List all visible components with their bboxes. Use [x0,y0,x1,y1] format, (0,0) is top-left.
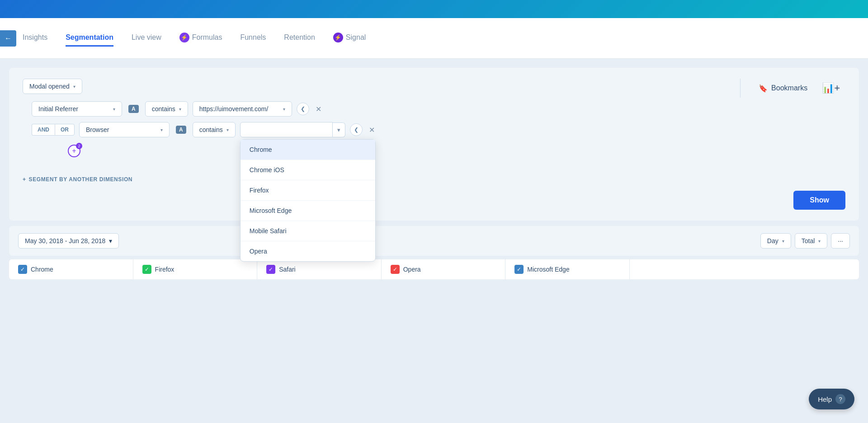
day-label: Day [767,237,778,244]
legend-firefox[interactable]: ✓ Firefox [133,259,258,279]
day-selector[interactable]: Day ▾ [760,233,791,249]
browser-dropdown-menu: Chrome Chrome iOS Firefox Microsoft Edge [240,139,376,262]
dropdown-item-microsoft-edge[interactable]: Microsoft Edge [241,201,375,221]
legend-empty [630,259,859,279]
close-button-1[interactable]: ✕ [314,103,323,115]
browser-input-wrapper: ▾ Chrome Chrome iOS [240,122,345,137]
tab-live-view[interactable]: Live view [132,30,161,47]
value-label-1: https://uimovement.com/ [199,105,269,113]
nav-container: ← Insights Segmentation Live view ⚡ Form… [0,18,868,59]
formulas-icon: ⚡ [179,33,189,42]
close-icon-1: ✕ [316,105,321,113]
chart-add-icon: 📊+ [822,82,840,94]
event-label: Modal opened [29,83,70,90]
main-content: Modal opened ▾ Initial Referrer ▾ A [0,59,868,288]
legend-label-opera: Opera [403,266,421,273]
legend-chrome[interactable]: ✓ Chrome [9,259,133,279]
close-button-2[interactable]: ✕ [367,124,377,136]
event-selector-row: Modal opened ▾ [23,79,731,94]
legend-safari[interactable]: ✓ Safari [257,259,382,279]
legend-microsoft-edge[interactable]: ✓ Microsoft Edge [505,259,630,279]
arrow-icon-1: ❮ [301,106,305,112]
tab-signal[interactable]: ⚡ Signal [333,29,366,47]
chart-controls: May 30, 2018 - Jun 28, 2018 ▾ Day ▾ Tota… [9,226,859,256]
event-chevron-icon: ▾ [73,84,75,89]
legend-check-chrome: ✓ [18,265,27,274]
more-options-button[interactable]: ··· [831,233,850,249]
arrow-icon-2: ❮ [354,127,359,133]
dropdown-item-opera[interactable]: Opera [241,241,375,261]
add-icon: + [72,147,76,155]
tab-insights[interactable]: Insights [23,30,47,47]
help-question-icon: ? [835,394,845,404]
segment-another-button[interactable]: + SEGMENT BY ANOTHER DIMENSION [23,172,132,187]
filter-card: Modal opened ▾ Initial Referrer ▾ A [9,68,859,221]
condition-row-2: AND OR Browser ▾ A contains ▾ [32,122,731,137]
dropdown-item-firefox[interactable]: Firefox [241,180,375,201]
tab-formulas[interactable]: ⚡ Formulas [179,29,222,47]
operator-dropdown-2[interactable]: contains ▾ [193,122,236,137]
legend-check-safari: ✓ [266,265,275,274]
signal-icon: ⚡ [333,33,343,42]
operator-label-1: contains [152,105,175,113]
help-button[interactable]: Help ? [809,389,854,409]
date-range-selector[interactable]: May 30, 2018 - Jun 28, 2018 ▾ [18,233,119,249]
help-label: Help [818,395,832,403]
date-chevron-icon: ▾ [109,237,112,244]
total-selector[interactable]: Total ▾ [795,233,828,249]
operator-label-2: contains [199,126,223,133]
field-label-1: Initial Referrer [38,105,78,113]
total-label: Total [802,237,815,244]
field-label-2: Browser [86,126,109,133]
nav-tabs: Insights Segmentation Live view ⚡ Formul… [23,29,366,47]
segment-another-row: + SEGMENT BY ANOTHER DIMENSION [23,172,731,187]
segment-label: SEGMENT BY ANOTHER DIMENSION [29,176,132,183]
tab-segmentation[interactable]: Segmentation [66,30,113,47]
field-badge-2: A [176,126,186,134]
or-button[interactable]: OR [55,124,75,136]
legend-row: ✓ Chrome ✓ Firefox ✓ Safari ✓ Opera ✓ Mi… [9,259,859,279]
legend-label-firefox: Firefox [155,266,175,273]
show-row: Show [23,191,845,210]
event-dropdown[interactable]: Modal opened ▾ [23,79,82,94]
operator-dropdown-1[interactable]: contains ▾ [145,101,188,117]
back-arrow-icon: ← [5,34,12,42]
legend-check-firefox: ✓ [142,265,151,274]
add-condition-button[interactable]: + 2 [68,145,80,157]
and-or-group: AND OR [32,124,75,136]
top-bar [0,0,868,18]
segment-plus-icon: + [23,176,26,183]
dropdown-item-mobile-safari[interactable]: Mobile Safari [241,221,375,241]
more-options-icon: ··· [838,237,843,244]
bookmarks-button[interactable]: 🔖 Bookmarks [750,79,816,98]
value-dropdown-1[interactable]: https://uimovement.com/ ▾ [193,101,292,117]
bookmarks-area: 🔖 Bookmarks 📊+ [740,79,845,98]
condition-row-1: Initial Referrer ▾ A contains ▾ https://… [32,101,731,117]
arrow-button-2[interactable]: ❮ [350,123,363,136]
field-dropdown-1[interactable]: Initial Referrer ▾ [32,101,122,117]
nav-back-button[interactable]: ← [0,30,16,47]
conditions-wrapper: Initial Referrer ▾ A contains ▾ https://… [32,101,731,157]
condition-count-badge: 2 [76,143,82,149]
browser-dropdown-chevron[interactable]: ▾ [333,122,345,137]
legend-opera[interactable]: ✓ Opera [382,259,506,279]
and-button[interactable]: AND [32,124,55,136]
dropdown-item-chrome-ios[interactable]: Chrome iOS [241,160,375,180]
show-button[interactable]: Show [793,191,845,210]
field-chevron-1: ▾ [113,107,115,112]
date-range-label: May 30, 2018 - Jun 28, 2018 [25,237,105,244]
legend-label-safari: Safari [279,266,296,273]
legend-label-chrome: Chrome [31,266,53,273]
legend-check-edge: ✓ [514,265,524,274]
tab-retention[interactable]: Retention [284,30,315,47]
bookmarks-label: Bookmarks [771,84,807,92]
field-dropdown-2[interactable]: Browser ▾ [79,122,170,137]
browser-search-input[interactable] [247,126,326,133]
bookmark-icon: 🔖 [759,84,768,93]
tab-funnels[interactable]: Funnels [240,30,266,47]
close-icon-2: ✕ [369,126,375,134]
chart-add-button[interactable]: 📊+ [816,79,845,98]
add-condition-area: + 2 [68,145,731,157]
arrow-button-1[interactable]: ❮ [297,103,309,115]
dropdown-item-chrome[interactable]: Chrome [241,140,375,160]
